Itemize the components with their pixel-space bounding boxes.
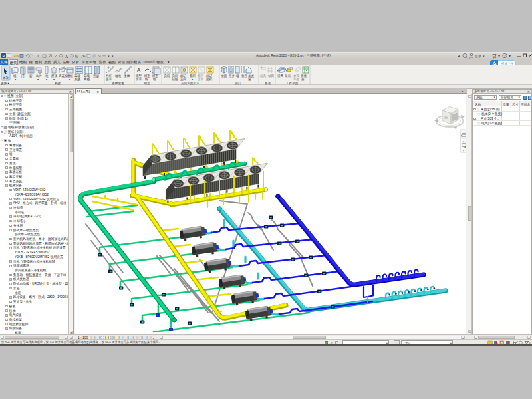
svg-text:▾: ▾ — [15, 78, 17, 81]
svg-text:0: 0 — [529, 342, 531, 345]
svg-text:▾: ▾ — [463, 140, 464, 143]
svg-text:边界: 边界 — [197, 78, 204, 81]
svg-text:▾: ▾ — [46, 78, 48, 81]
svg-text:门: 门 — [21, 74, 25, 78]
svg-text:竖梃: 竖梃 — [93, 74, 100, 78]
svg-text:系统: 系统 — [74, 77, 81, 82]
svg-text:▾: ▾ — [463, 150, 464, 152]
svg-text:文字: 文字 — [136, 78, 142, 81]
svg-text:按面: 按面 — [220, 74, 227, 78]
svg-text:线: 线 — [144, 78, 148, 81]
svg-text:设置: 设置 — [277, 74, 284, 78]
svg-text:▾: ▾ — [69, 78, 71, 81]
svg-text:标高: 标高 — [259, 74, 267, 78]
svg-text:R: R — [2, 53, 5, 58]
svg-text:网格: 网格 — [84, 78, 90, 82]
svg-text:▾: ▾ — [53, 78, 55, 81]
svg-text:组: 组 — [153, 78, 156, 81]
svg-text:窗: 窗 — [248, 78, 251, 82]
svg-text:分隔: 分隔 — [171, 78, 178, 82]
svg-text:▾: ▾ — [112, 54, 114, 58]
svg-text:修改: 修改 — [2, 76, 9, 80]
svg-text:▾: ▾ — [37, 78, 39, 81]
svg-text:▾: ▾ — [483, 54, 485, 58]
svg-text:垂直: 垂直 — [241, 74, 248, 78]
svg-text:竖井: 竖井 — [229, 74, 235, 78]
svg-text:▾: ▾ — [498, 54, 500, 58]
svg-text:◂: ◂ — [458, 54, 460, 58]
svg-text:模型: 模型 — [144, 81, 151, 86]
svg-text:构建: 构建 — [54, 82, 61, 86]
svg-text:前: 前 — [444, 115, 448, 119]
svg-text:⚙: ⚙ — [501, 341, 503, 344]
svg-text:房间和面积 ▾: 房间和面积 ▾ — [181, 81, 199, 86]
svg-text:窗: 窗 — [29, 74, 33, 78]
svg-text:工作平面: 工作平面 — [286, 81, 299, 86]
svg-text:扶手: 扶手 — [105, 77, 112, 81]
svg-text:A: A — [65, 54, 68, 59]
svg-text:基准: 基准 — [265, 82, 271, 85]
svg-text:楼梯坡道: 楼梯坡道 — [111, 82, 124, 85]
svg-text:坡道: 坡道 — [114, 74, 122, 78]
svg-text:轴网: 轴网 — [268, 74, 274, 78]
svg-text:显示: 显示 — [284, 74, 291, 78]
svg-text:楼梯: 楼梯 — [123, 74, 130, 78]
svg-text:?: ? — [504, 54, 506, 58]
svg-text:构件: 构件 — [35, 74, 43, 78]
svg-text:▾: ▾ — [108, 54, 110, 58]
svg-text:器: 器 — [301, 78, 305, 81]
svg-text:选择 ▾: 选择 ▾ — [1, 82, 9, 86]
svg-text:面积: 面积 — [206, 77, 213, 82]
svg-text:洞口: 洞口 — [235, 82, 241, 86]
svg-text:登录: 登录 — [475, 54, 481, 59]
svg-text:墙: 墙 — [235, 74, 239, 78]
svg-text:▾: ▾ — [509, 54, 511, 58]
svg-text:▾: ▾ — [192, 78, 194, 81]
svg-text:房间: 房间 — [164, 74, 170, 78]
svg-text:A: A — [137, 67, 141, 73]
